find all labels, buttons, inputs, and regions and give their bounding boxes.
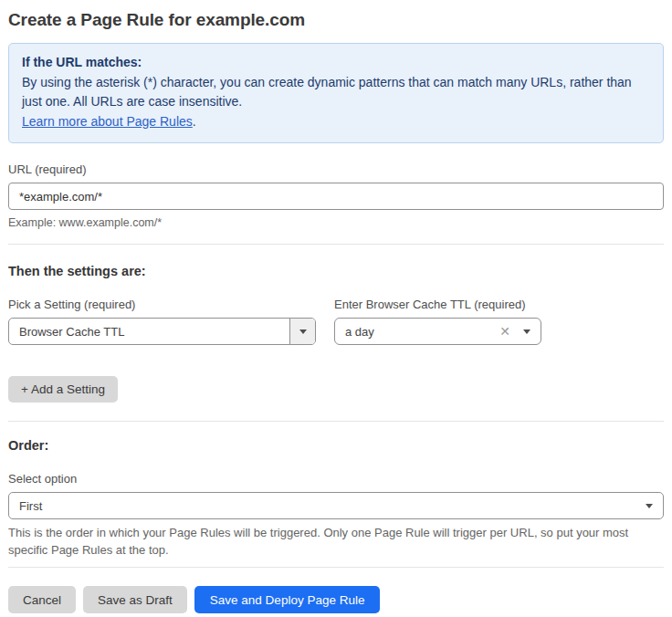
order-select-label: Select option xyxy=(8,472,664,486)
add-setting-button[interactable]: + Add a Setting xyxy=(8,376,118,403)
pick-setting-label: Pick a Setting (required) xyxy=(8,298,316,312)
order-select-value: First xyxy=(9,499,646,513)
ttl-select[interactable]: a day ✕ xyxy=(334,318,541,345)
url-field-label: URL (required) xyxy=(8,162,664,177)
order-select[interactable]: First xyxy=(8,492,664,519)
info-box-link-line: Learn more about Page Rules. xyxy=(22,112,650,132)
ttl-value: a day xyxy=(335,325,499,339)
save-as-draft-button[interactable]: Save as Draft xyxy=(83,586,187,613)
ttl-label: Enter Browser Cache TTL (required) xyxy=(334,298,541,312)
info-box-body: By using the asterisk (*) character, you… xyxy=(22,73,650,112)
select-arrow-button[interactable] xyxy=(289,319,315,344)
divider xyxy=(8,421,664,422)
pick-setting-value: Browser Cache TTL xyxy=(9,325,289,339)
chevron-down-icon xyxy=(646,504,653,508)
cancel-button[interactable]: Cancel xyxy=(8,586,76,613)
learn-more-link[interactable]: Learn more about Page Rules xyxy=(22,114,193,129)
order-helper-text: This is the order in which your Page Rul… xyxy=(8,524,664,559)
page-title: Create a Page Rule for example.com xyxy=(8,9,664,31)
url-input[interactable] xyxy=(8,183,664,210)
chevron-down-icon xyxy=(299,329,307,334)
clear-icon[interactable]: ✕ xyxy=(499,325,510,338)
settings-section-heading: Then the settings are: xyxy=(8,263,664,279)
ttl-column: Enter Browser Cache TTL (required) a day… xyxy=(334,279,541,345)
url-match-info-box: If the URL matches: By using the asteris… xyxy=(8,43,664,143)
pick-setting-column: Pick a Setting (required) Browser Cache … xyxy=(8,279,316,345)
info-box-heading: If the URL matches: xyxy=(22,53,650,73)
pick-setting-select[interactable]: Browser Cache TTL xyxy=(8,318,316,345)
divider xyxy=(8,244,664,245)
divider xyxy=(8,567,664,568)
link-suffix: . xyxy=(193,114,196,129)
save-and-deploy-button[interactable]: Save and Deploy Page Rule xyxy=(194,586,381,613)
url-example-helper: Example: www.example.com/* xyxy=(8,215,664,230)
order-section-heading: Order: xyxy=(8,437,664,454)
chevron-down-icon xyxy=(523,329,530,334)
page-rule-form: Create a Page Rule for example.com If th… xyxy=(0,0,672,617)
form-actions: Cancel Save as Draft Save and Deploy Pag… xyxy=(8,586,664,613)
settings-row: Pick a Setting (required) Browser Cache … xyxy=(8,279,664,345)
